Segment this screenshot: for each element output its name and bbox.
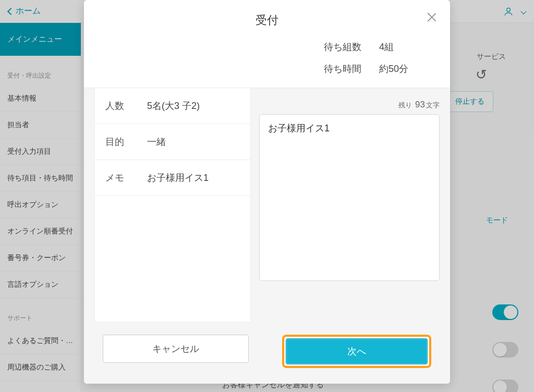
- purpose-label: 目的: [105, 136, 147, 148]
- modal-title: 受付: [84, 13, 450, 28]
- reception-modal: 受付 待ち組数 4組 待ち時間 約50分 人数 5名(大3 子2) 目的 一緒 …: [84, 0, 450, 384]
- waiting-time-value: 約50分: [379, 63, 431, 75]
- next-button[interactable]: 次へ: [286, 338, 428, 364]
- memo-label: メモ: [105, 172, 147, 184]
- people-label: 人数: [105, 100, 147, 112]
- memo-value: お子様用イス1: [147, 172, 240, 184]
- summary-row-memo[interactable]: メモ お子様用イス1: [95, 160, 250, 196]
- people-value: 5名(大3 子2): [147, 100, 240, 112]
- purpose-value: 一緒: [147, 136, 240, 148]
- summary-row-people[interactable]: 人数 5名(大3 子2): [95, 88, 250, 124]
- cancel-button[interactable]: キャンセル: [103, 335, 249, 363]
- close-icon[interactable]: [426, 11, 438, 23]
- waiting-time-label: 待ち時間: [324, 63, 361, 75]
- summary-list: 人数 5名(大3 子2) 目的 一緒 メモ お子様用イス1: [94, 88, 251, 322]
- memo-textarea[interactable]: お子様用イス1: [259, 114, 440, 281]
- waiting-groups-value: 4組: [379, 41, 431, 53]
- summary-row-purpose[interactable]: 目的 一緒: [95, 124, 250, 160]
- char-remaining: 残り 93文字: [259, 100, 440, 110]
- waiting-groups-label: 待ち組数: [324, 41, 361, 53]
- modal-overlay: 受付 待ち組数 4組 待ち時間 約50分 人数 5名(大3 子2) 目的 一緒 …: [0, 0, 534, 392]
- next-button-highlight: 次へ: [282, 335, 431, 368]
